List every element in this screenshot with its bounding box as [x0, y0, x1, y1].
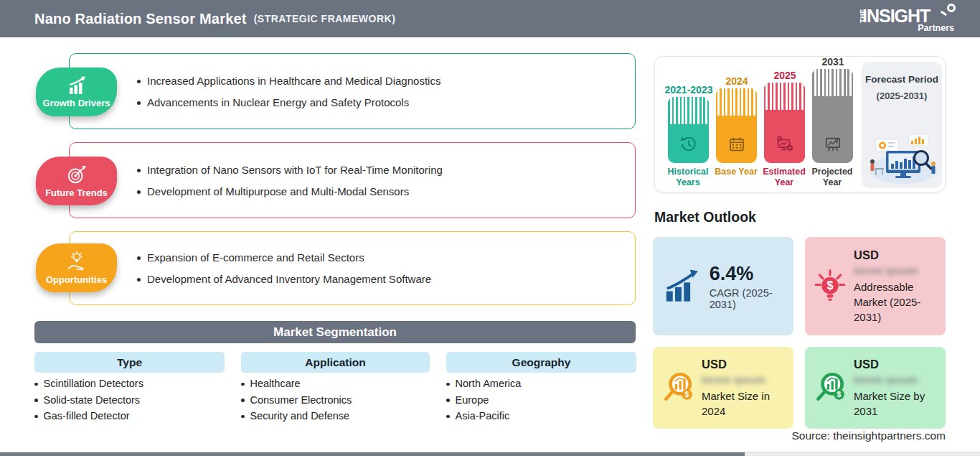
- cagr-chart-icon: [664, 269, 701, 304]
- badge-label: Opportunities: [46, 274, 107, 285]
- bar-stripes: [812, 69, 853, 96]
- bullet-dot: [446, 383, 450, 386]
- bullet-dot: [241, 399, 245, 402]
- segment-list-geography: North America Europe Asia-Pacific: [446, 378, 521, 422]
- gear-chart-icon: [776, 135, 794, 154]
- market-outlook-title: Market Outlook: [654, 209, 756, 225]
- growth-chart-icon: [65, 76, 88, 96]
- list-item: Integration of Nano Sensors with IoT for…: [137, 164, 635, 176]
- segment-list-type: Scintillation Detectors Solid-state Dete…: [34, 378, 143, 422]
- redacted-value: lorem ipsum: [854, 264, 934, 276]
- forecast-illustration: [864, 131, 939, 185]
- history-icon: [679, 135, 698, 154]
- bulb-hand-icon: [66, 251, 88, 272]
- list-item: Security and Defense: [241, 410, 352, 422]
- bar-stripes: [716, 88, 757, 116]
- logo-partners-text: Partners: [918, 23, 954, 33]
- projected-year-bar: [812, 69, 853, 163]
- currency-label: USD: [854, 248, 934, 262]
- bar-stripes: [764, 83, 805, 110]
- card-caption: Addressable Market (2025-2031): [854, 279, 934, 325]
- bullet-dot: [137, 190, 141, 194]
- bullet-dot: [137, 278, 141, 281]
- page-subtitle: (STRATEGIC FRAMEWORK): [254, 13, 396, 24]
- timeline-year: 2025: [756, 70, 814, 81]
- future-trends-badge: Future Trends: [36, 157, 117, 205]
- future-trends-box: Integration of Nano Sensors with IoT for…: [69, 142, 636, 218]
- magnifier-ring-icon: [947, 4, 956, 12]
- bulb-dollar-icon: $: [814, 268, 847, 305]
- segment-item: Scintillation Detectors: [44, 378, 143, 389]
- magnifier-handle-icon: [941, 11, 947, 17]
- bar-stripes: [668, 97, 709, 124]
- presentation-icon: [824, 135, 842, 154]
- redacted-value: lorem ipsum: [854, 373, 934, 386]
- list-item: Development of Advanced Inventory Manage…: [137, 273, 635, 285]
- cagr-card: 6.4% CAGR (2025-2031): [653, 237, 793, 335]
- opportunities-box: Expansion of E-commerce and Retail Secto…: [69, 231, 636, 305]
- growth-driver-text: Increased Applications in Healthcare and…: [147, 75, 440, 87]
- growth-drivers-box: Increased Applications in Healthcare and…: [69, 53, 636, 129]
- magnifier-chart-icon: $: [812, 370, 848, 406]
- segment-item: Consumer Electronics: [250, 394, 352, 406]
- bullet-dot: [446, 415, 450, 419]
- segment-item: Security and Defense: [250, 410, 350, 422]
- addressable-market-card: $ USD lorem ipsum Addressable Market (20…: [805, 237, 946, 335]
- historical-years-bar: [668, 97, 709, 163]
- future-trend-text: Development of Multipurpose and Multi-Mo…: [147, 185, 409, 197]
- market-segmentation-header: Market Segmentation: [34, 321, 636, 343]
- list-item: Expansion of E-commerce and Retail Secto…: [137, 251, 635, 264]
- segment-item: Gas-filled Detector: [44, 410, 130, 422]
- segment-item: Healthcare: [250, 378, 301, 389]
- growth-drivers-badge: Growth Drivers: [36, 68, 117, 116]
- segment-header-type: Type: [34, 352, 225, 373]
- forecast-range: (2025-2031): [862, 90, 942, 101]
- opportunity-text: Expansion of E-commerce and Retail Secto…: [147, 251, 364, 264]
- badge-label: Future Trends: [45, 187, 108, 198]
- growth-driver-text: Advancements in Nuclear Energy and Safet…: [147, 96, 409, 108]
- card-caption: Market Size in 2024: [702, 388, 782, 419]
- cagr-value: 6.4%: [710, 263, 793, 285]
- bullet-dot: [137, 169, 141, 172]
- list-item: Europe: [446, 394, 521, 406]
- timeline-bar-label: Estimated Year: [758, 167, 810, 188]
- list-item: Increased Applications in Healthcare and…: [137, 75, 635, 87]
- list-item: Advancements in Nuclear Energy and Safet…: [137, 96, 635, 108]
- list-item: Asia-Pacific: [446, 410, 521, 422]
- svg-text:$: $: [685, 391, 689, 399]
- segment-header-geography: Geography: [446, 352, 636, 373]
- bullet-dot: [34, 383, 38, 386]
- svg-text:$: $: [827, 279, 834, 292]
- currency-label: USD: [702, 358, 782, 371]
- timeline-card: 2021-2023 2024 2025 2031: [654, 56, 946, 192]
- timeline-bar-label: Historical Years: [662, 167, 714, 188]
- bottom-edge-strip: [0, 452, 980, 456]
- segment-item: North America: [456, 378, 522, 389]
- header-bar: Nano Radiation Sensor Market (STRATEGIC …: [0, 0, 980, 37]
- market-size-2031-card: $ USD lorem ipsum Market Size by 2031: [805, 347, 946, 429]
- bullet-dot: [241, 415, 245, 419]
- opportunity-text: Development of Advanced Inventory Manage…: [147, 273, 431, 285]
- forecast-title: Forecast Period: [862, 73, 942, 85]
- segment-item: Solid-state Detectors: [44, 394, 141, 406]
- list-item: Gas-filled Detector: [34, 410, 143, 422]
- bullet-dot: [34, 399, 38, 402]
- opportunities-badge: Opportunities: [36, 243, 117, 292]
- cagr-caption: CAGR (2025-2031): [710, 287, 793, 310]
- insight-partners-logo: The INSIGHT Partners: [857, 3, 956, 34]
- card-caption: Market Size by 2031: [854, 388, 934, 419]
- segment-item: Europe: [456, 394, 489, 406]
- svg-text:$: $: [837, 391, 842, 399]
- list-item: Consumer Electronics: [241, 394, 352, 406]
- market-size-2024-card: $ USD lorem ipsum Market Size in 2024: [653, 347, 793, 429]
- source-attribution: Source: theinsightpartners.com: [791, 429, 946, 442]
- segment-list-application: Healthcare Consumer Electronics Security…: [241, 378, 352, 422]
- magnifier-chart-icon: $: [660, 370, 696, 406]
- timeline-year: 2031: [804, 56, 862, 68]
- list-item: Scintillation Detectors: [34, 378, 143, 389]
- timeline-bar-label: Base Year: [710, 167, 762, 177]
- calendar-icon: [727, 136, 745, 154]
- bullet-dot: [137, 80, 141, 83]
- timeline-bar-label: Projected Year: [806, 167, 858, 188]
- infographic-page: Nano Radiation Sensor Market (STRATEGIC …: [0, 0, 980, 456]
